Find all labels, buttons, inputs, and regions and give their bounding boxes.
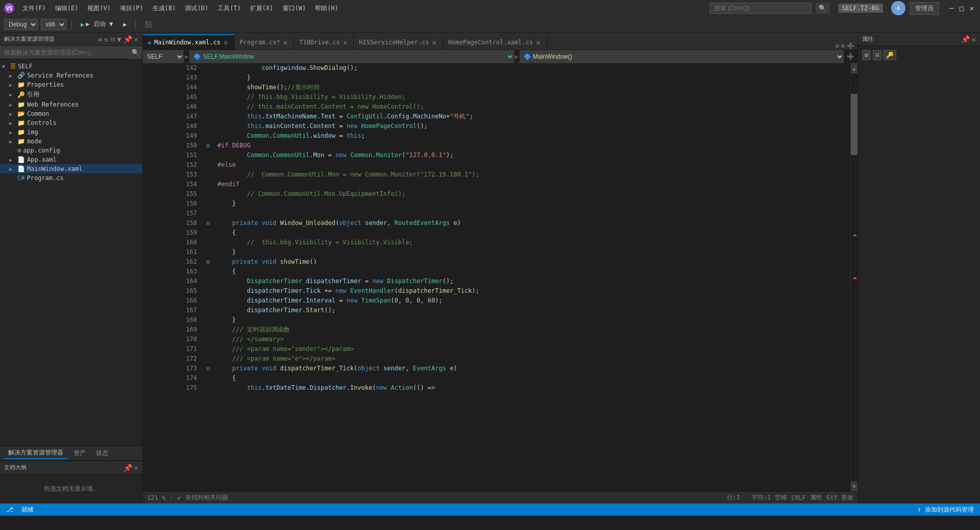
step-over-button[interactable]: ▶ xyxy=(119,19,130,30)
tree-item-app-xaml[interactable]: ▶ 📄 App.xaml xyxy=(0,155,142,164)
pin-icon[interactable]: 📌 xyxy=(124,35,132,43)
manage-button[interactable]: 管理员 xyxy=(910,2,939,15)
tab-close-t10drive[interactable]: ✕ xyxy=(343,38,347,46)
tree-item-img[interactable]: ▶ 📁 img xyxy=(0,128,142,137)
cursor-pos-label[interactable]: 行:1 字符:1 xyxy=(727,493,771,502)
prop-category-icon[interactable]: ⊞ xyxy=(862,50,871,60)
tree-item-common[interactable]: ▶ 📂 Common xyxy=(0,109,142,118)
menu-edit[interactable]: 编辑(E) xyxy=(51,2,83,15)
user-avatar[interactable]: A xyxy=(891,1,905,15)
add-member-button[interactable]: ➕ xyxy=(844,53,857,60)
code-line-170: 170 /// </summary> xyxy=(143,335,850,344)
editor-scrollbar[interactable]: ▲ ▼ xyxy=(850,63,857,491)
code-line-148: 148 this.mainContent.Content = new HomeP… xyxy=(143,121,850,131)
close-outline-icon[interactable]: ✕ xyxy=(134,464,138,472)
tab-hisservice[interactable]: HISServiceHelper.cs ✕ xyxy=(354,34,443,49)
status-text[interactable]: 就绪 xyxy=(19,506,36,514)
tab-homepage[interactable]: HomePageControl.xaml.cs ✕ xyxy=(443,34,547,49)
encoding-label[interactable]: 属性 xyxy=(810,493,822,502)
add-source-control[interactable]: ↑ 添加到源代码管理 xyxy=(916,506,976,514)
tree-item-self[interactable]: ▼ ☰ SELF xyxy=(0,62,142,71)
tab-close-homepage[interactable]: ✕ xyxy=(536,38,540,46)
tab-list-icon[interactable]: ≡ xyxy=(836,42,839,49)
tree-item-properties[interactable]: ▶ 📁 Properties xyxy=(0,80,142,89)
code-line-156: 156 } xyxy=(143,199,850,209)
menu-window[interactable]: 窗口(W) xyxy=(279,2,310,15)
tab-add-icon[interactable]: ➕ xyxy=(847,42,854,49)
menu-file[interactable]: 文件(F) xyxy=(18,2,50,15)
code-line-142: 142 configwindow.ShowDialog(); xyxy=(143,63,850,73)
tab-settings-icon[interactable]: ⚙ xyxy=(841,42,845,49)
menu-debug[interactable]: 调试(D) xyxy=(181,2,212,15)
tree-item-mainwindow[interactable]: ▶ 📄 MainWindow.xaml xyxy=(0,164,142,173)
code-line-174: 174 { xyxy=(143,373,850,383)
sync-icon[interactable]: ⇄ xyxy=(98,35,102,43)
code-line-166: 166 dispatcherTimer.Interval = new TimeS… xyxy=(143,296,850,306)
close-button[interactable]: ✕ xyxy=(968,4,976,12)
search-icon[interactable]: 🔍 xyxy=(129,49,142,56)
tab-close-hisservice[interactable]: ✕ xyxy=(432,38,436,46)
menu-project[interactable]: 项目(P) xyxy=(116,2,148,15)
tree-label-references: 引用 xyxy=(27,90,140,99)
more-btn[interactable]: ⬛ xyxy=(141,19,156,30)
close-panel-icon[interactable]: ✕ xyxy=(134,35,138,43)
title-search-input[interactable] xyxy=(709,3,812,14)
scroll-thumb[interactable] xyxy=(851,94,857,155)
expand-arrow-references: ▶ xyxy=(9,92,17,97)
xaml-icon: 📄 xyxy=(17,156,25,163)
menu-view[interactable]: 视图(V) xyxy=(83,2,115,15)
properties-panel-header: 属性 📌 ✕ xyxy=(858,33,980,46)
tab-status[interactable]: 状态 xyxy=(92,448,112,459)
namespace-select[interactable]: SELF xyxy=(143,50,184,63)
collapse-all-icon[interactable]: ⊟ xyxy=(111,35,115,43)
tree-label-mainwindow: MainWindow.xaml xyxy=(27,165,140,172)
minimize-button[interactable]: ─ xyxy=(947,4,955,12)
document-outline-panel: 文档大纲 📌 ✕ 所选文档无显示项。 xyxy=(0,460,142,503)
filter-icon[interactable]: ▼ xyxy=(117,35,121,43)
tab-t10drive[interactable]: T10Drive.cs ✕ xyxy=(294,34,354,49)
tree-item-service-refs[interactable]: ▶ 🔗 Service References xyxy=(0,71,142,80)
method-select[interactable]: 🔷 MainWindow() xyxy=(520,50,844,63)
menu-help[interactable]: 帮助(H) xyxy=(311,2,342,15)
search-button[interactable]: 🔍 xyxy=(816,3,830,14)
menu-build[interactable]: 生成(B) xyxy=(149,2,180,15)
tab-mainwindow-xaml-cs[interactable]: ● MainWindow.xaml.cs ✕ xyxy=(143,34,235,49)
tab-close-program[interactable]: ✕ xyxy=(283,38,287,46)
prop-sort-icon[interactable]: ⊟ xyxy=(873,50,881,60)
maximize-button[interactable]: □ xyxy=(958,4,966,12)
debug-mode-select[interactable]: Debug xyxy=(4,19,38,30)
tab-close-mainwindow[interactable]: ✕ xyxy=(224,38,228,46)
tree-item-mode[interactable]: ▶ 📁 mode xyxy=(0,137,142,146)
spaces-label[interactable]: 空格 xyxy=(775,493,787,502)
platform-select[interactable]: x86 xyxy=(41,19,66,30)
tab-program-cs[interactable]: Program.cs* ✕ xyxy=(235,34,295,49)
tree-item-web-refs[interactable]: ▶ 📁 Web References xyxy=(0,100,142,109)
tree-item-controls[interactable]: ▶ 📁 Controls xyxy=(0,118,142,128)
code-area[interactable]: 142 configwindow.ShowDialog(); 143 } 144 xyxy=(143,63,850,491)
tree-item-program-cs[interactable]: C# Program.cs xyxy=(0,173,142,183)
class-select[interactable]: 🔷 SELF.MainWindow xyxy=(189,50,513,63)
pin-prop-icon[interactable]: 📌 xyxy=(961,35,970,43)
code-line-173: 173 ⊟ private void dispatcherTimer_Tick(… xyxy=(143,364,850,373)
tab-solution-explorer[interactable]: 解决方案资源管理器 xyxy=(4,447,67,459)
tree-item-app-config[interactable]: ⚙ app.config xyxy=(0,146,142,155)
tab-assets[interactable]: 资产 xyxy=(69,448,90,459)
close-prop-icon[interactable]: ✕ xyxy=(972,35,976,43)
scroll-up-btn[interactable]: ▲ xyxy=(851,63,857,73)
tree-item-references[interactable]: ▶ 🔑 引用 xyxy=(0,89,142,100)
branch-icon[interactable]: ⎇ xyxy=(4,506,15,513)
line-ending-label[interactable]: CRLF xyxy=(791,494,806,501)
status-bar: ⎇ 就绪 ↑ 添加到源代码管理 xyxy=(0,503,980,516)
start-button[interactable]: ▶ ▶ 启动 ▼ xyxy=(77,18,116,30)
code-line-155: 155 // Common.CommonUtil.Mon.UpEquipment… xyxy=(143,189,850,199)
refresh-icon[interactable]: ↻ xyxy=(104,35,108,43)
scroll-down-btn[interactable]: ▼ xyxy=(851,481,857,491)
menu-tools[interactable]: 工具(T) xyxy=(213,2,245,15)
tree-label-program-cs: Program.cs xyxy=(27,174,140,182)
pin-outline-icon[interactable]: 📌 xyxy=(124,464,132,472)
prop-filter-icon[interactable]: 🔑 xyxy=(884,50,896,60)
solution-icon: ☰ xyxy=(10,63,16,70)
menu-extensions[interactable]: 扩展(X) xyxy=(246,2,278,15)
git-label[interactable]: Git 更改 xyxy=(826,493,853,502)
solution-search-input[interactable] xyxy=(0,46,129,59)
